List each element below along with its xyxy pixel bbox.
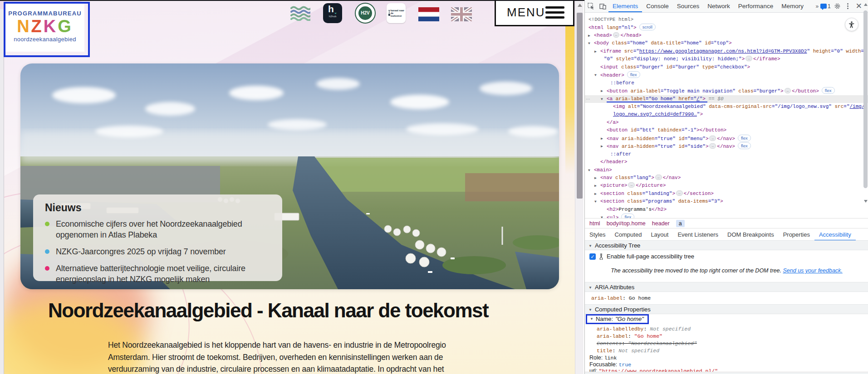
- tab-layout[interactable]: Layout: [646, 229, 673, 241]
- h2v-badge-icon[interactable]: H2V: [355, 3, 376, 24]
- flex-badge[interactable]: flex: [822, 87, 835, 94]
- expand-arrow-icon[interactable]: ▶: [594, 174, 597, 182]
- scroll-up-arrow[interactable]: [864, 3, 868, 6]
- collapsed-content-icon[interactable]: …: [676, 190, 683, 196]
- expand-arrow-icon[interactable]: ▶: [601, 87, 603, 95]
- flag-uk-icon[interactable]: [451, 7, 472, 21]
- scroll-down-arrow[interactable]: [864, 200, 868, 203]
- devtools-menu-dots-icon[interactable]: [844, 3, 851, 9]
- dom-tree-row[interactable]: ▶<section class="landing">…</section>: [585, 190, 868, 198]
- expand-arrow-icon[interactable]: ▶: [601, 135, 603, 142]
- news-item[interactable]: Alternatieve batterijtechnologie moet ve…: [45, 263, 270, 285]
- dom-tree-row[interactable]: <html lang="nl">scroll: [585, 24, 868, 31]
- dom-tree-row[interactable]: ▼<main>: [585, 166, 868, 174]
- dom-tree-row[interactable]: ::before: [585, 79, 868, 87]
- breadcrumb-body[interactable]: body#top.home: [607, 220, 646, 227]
- dom-tree-row[interactable]: ▼<ul>flex: [585, 214, 868, 218]
- collapsed-content-icon[interactable]: …: [709, 136, 716, 141]
- expand-arrow-icon[interactable]: ▼: [588, 166, 590, 174]
- tab-sources[interactable]: Sources: [673, 0, 704, 12]
- breadcrumb-html[interactable]: html: [589, 220, 600, 227]
- tab-console[interactable]: Console: [642, 0, 673, 12]
- feedback-icon[interactable]: 1: [820, 3, 831, 10]
- expand-arrow-icon[interactable]: ▶: [588, 32, 590, 39]
- dom-tree-row[interactable]: </a>: [585, 119, 868, 126]
- scrollbar-thumb[interactable]: [863, 10, 868, 188]
- collapsed-content-icon[interactable]: …: [655, 175, 662, 180]
- flex-badge[interactable]: flex: [738, 142, 751, 149]
- expand-arrow-icon[interactable]: ▶: [594, 190, 597, 198]
- expand-arrow-icon[interactable]: ▶: [601, 142, 603, 150]
- scroll-up-arrow[interactable]: [578, 4, 582, 7]
- h2hub-icon[interactable]: h˯ h2hub: [323, 3, 342, 23]
- dom-tree-row[interactable]: <h2>Programma's</h2>: [585, 206, 868, 214]
- kanaal-toekomst-icon[interactable]: kanaal naar de toekomst: [387, 3, 406, 23]
- collapsed-content-icon[interactable]: …: [709, 143, 716, 149]
- flex-badge[interactable]: flex: [621, 214, 634, 218]
- collapsed-content-icon[interactable]: …: [785, 88, 791, 93]
- dom-tree-row[interactable]: ▼<header>flex: [585, 71, 868, 79]
- dom-tree-row[interactable]: ::after: [585, 151, 868, 158]
- dom-tree-row[interactable]: ▶<nav aria-hidden="true" id="menu">…</na…: [585, 135, 868, 142]
- expand-arrow-icon[interactable]: ▼: [588, 39, 590, 47]
- section-computed-properties[interactable]: ▼Computed Properties: [585, 304, 868, 314]
- device-toolbar-icon[interactable]: [598, 2, 607, 10]
- dom-tree-row[interactable]: ▼<section class="programs" data-items="3…: [585, 198, 868, 205]
- scroll-badge[interactable]: scroll: [639, 24, 656, 30]
- dom-tree-row[interactable]: logo_new.svg?_cchid=def7990…">: [585, 111, 868, 118]
- dom-tree-row[interactable]: ▶<nav aria-hidden="true" id="side">…</na…: [585, 142, 868, 150]
- flag-nl-icon[interactable]: [418, 7, 439, 21]
- tab-memory[interactable]: Memory: [777, 0, 808, 12]
- dom-tree-row[interactable]: ▶<head>…</head>: [585, 32, 868, 39]
- tab-dom-breakpoints[interactable]: DOM Breakpoints: [723, 229, 779, 241]
- dom-tree-row[interactable]: <input class="burger" id="burger" type="…: [585, 63, 868, 71]
- tab-accessibility[interactable]: Accessibility: [814, 229, 856, 241]
- collapsed-content-icon[interactable]: …: [628, 182, 635, 188]
- tab-network[interactable]: Network: [703, 0, 734, 12]
- computed-name-row-annotated[interactable]: ▼ Name: "Go home": [586, 314, 649, 324]
- collapsed-content-icon[interactable]: …: [745, 56, 752, 61]
- dom-tree-row[interactable]: ▶<nav class="lang">…</nav>: [585, 174, 868, 182]
- page-scrollbar[interactable]: [575, 1, 584, 374]
- dom-tree-row[interactable]: </header>: [585, 158, 868, 166]
- dom-tree-row[interactable]: <button id="btt" tabindex="-1"></button>: [585, 126, 868, 134]
- tab-event-listeners[interactable]: Event Listeners: [673, 229, 723, 241]
- menu-button[interactable]: MENU: [495, 0, 574, 26]
- feedback-link[interactable]: Send us your feedback.: [783, 267, 843, 274]
- tab-styles[interactable]: Styles: [585, 229, 610, 241]
- expand-arrow-icon[interactable]: ▶: [594, 48, 597, 55]
- accessibility-icon[interactable]: [845, 18, 858, 31]
- scrollbar-thumb[interactable]: [577, 13, 583, 199]
- tab-elements[interactable]: Elements: [608, 0, 642, 12]
- checkbox-checked[interactable]: ✓: [589, 253, 596, 260]
- dom-tree-row[interactable]: ▶<button aria-label="Toggle main navigat…: [585, 87, 868, 95]
- inspect-icon[interactable]: [587, 2, 595, 10]
- devtools-tree-scrollbar[interactable]: [863, 1, 868, 204]
- dom-tree-row[interactable]: ▶<picture>…</picture>: [585, 182, 868, 189]
- waves-icon[interactable]: [290, 5, 310, 21]
- news-item[interactable]: NZKG-Jaarcongres 2025 op vrijdag 7 novem…: [45, 246, 270, 257]
- dom-tree-row[interactable]: ▼<body class="home" data-title="home" id…: [585, 39, 868, 47]
- dom-tree-row[interactable]: <img alt="Noordzeekanaalgebied" data-cms…: [585, 103, 868, 111]
- settings-gear-icon[interactable]: [834, 2, 842, 10]
- tab-properties[interactable]: Properties: [779, 229, 814, 241]
- expand-arrow-icon[interactable]: ▶: [594, 182, 597, 189]
- dom-tree-row[interactable]: <!DOCTYPE html>: [585, 16, 868, 24]
- expand-arrow-icon[interactable]: ▼: [601, 95, 603, 103]
- flex-badge[interactable]: flex: [738, 135, 751, 141]
- expand-arrow-icon[interactable]: ▼: [594, 71, 597, 79]
- expand-arrow-icon[interactable]: ▼: [594, 198, 597, 205]
- collapsed-content-icon[interactable]: …: [613, 32, 620, 38]
- enable-a11y-label[interactable]: Enable full-page accessibility tree: [607, 253, 694, 260]
- dom-tree-row[interactable]: "0" style="display: none; visibility: hi…: [585, 55, 868, 63]
- section-accessibility-tree[interactable]: ▼Accessibility Tree: [585, 240, 868, 250]
- breadcrumb-a[interactable]: a: [676, 220, 685, 227]
- flex-badge[interactable]: flex: [627, 71, 640, 78]
- section-aria-attributes[interactable]: ▼ARIA Attributes: [585, 282, 868, 292]
- dom-tree-row[interactable]: ▶<iframe src="https://www.googletagmanag…: [585, 48, 868, 55]
- tab-performance[interactable]: Performance: [734, 0, 777, 12]
- breadcrumb-header[interactable]: header: [652, 220, 670, 227]
- news-item[interactable]: Economische cijfers over het Noordzeekan…: [45, 219, 270, 240]
- more-tabs-icon[interactable]: »: [814, 3, 819, 10]
- tab-computed[interactable]: Computed: [610, 229, 646, 241]
